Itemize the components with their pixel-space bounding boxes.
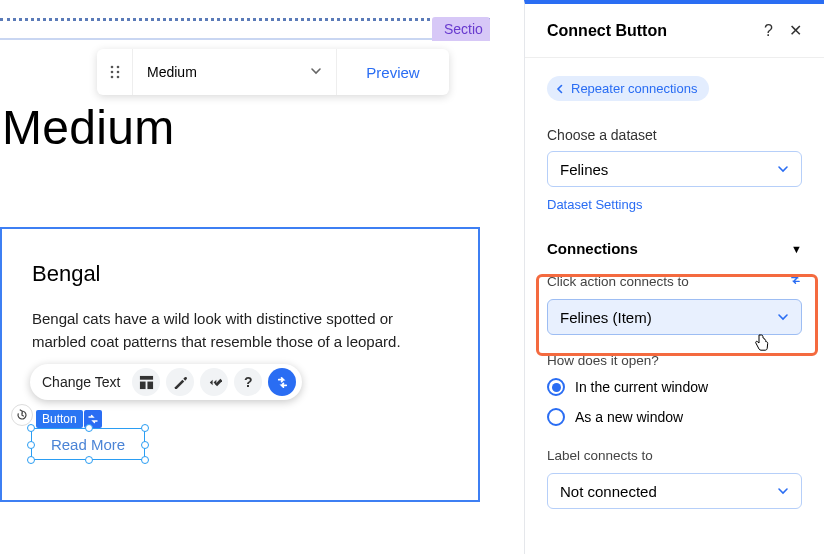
resize-handle[interactable] [27,456,35,464]
connections-header-label: Connections [547,240,638,257]
label-connects-label: Label connects to [547,448,653,463]
svg-rect-7 [140,381,146,389]
button-text: Read More [51,436,125,453]
back-label: Repeater connections [571,81,697,96]
resize-handle[interactable] [141,441,149,449]
how-open-block: How does it open? In the current window … [547,353,802,426]
panel-body: Repeater connections Choose a dataset Fe… [525,58,824,509]
element-type-chip[interactable]: Button [36,410,83,428]
click-action-block: Click action connects to Felines (Item) [547,273,802,335]
design-icon[interactable] [166,368,194,396]
section-divider [0,18,490,40]
resize-handle[interactable] [85,456,93,464]
help-icon[interactable]: ? [234,368,262,396]
click-action-value: Felines (Item) [560,309,652,326]
svg-rect-8 [147,381,153,389]
label-connects-value: Not connected [560,483,657,500]
resize-handle[interactable] [27,424,35,432]
open-new-window-option[interactable]: As a new window [547,408,802,426]
svg-point-2 [110,71,113,74]
chevron-down-icon [310,64,322,80]
preview-button[interactable]: Preview [337,49,449,95]
section-label[interactable]: Sectio [432,17,490,41]
resize-handle[interactable] [141,456,149,464]
change-text-button[interactable]: Change Text [36,374,126,390]
click-action-label: Click action connects to [547,274,689,289]
svg-rect-6 [140,375,153,379]
repeater-item-select[interactable]: Medium [133,49,337,95]
how-open-label: How does it open? [547,353,659,368]
svg-point-5 [116,76,119,79]
open-new-label: As a new window [575,409,683,425]
open-current-window-option[interactable]: In the current window [547,378,802,396]
panel-title: Connect Button [547,22,667,40]
card-body-text: Bengal cats have a wild look with distin… [32,307,432,354]
svg-point-3 [116,71,119,74]
radio-checked-icon [547,378,565,396]
chevron-down-icon [777,161,789,178]
resize-handle[interactable] [85,424,93,432]
svg-point-4 [110,76,113,79]
connect-data-icon[interactable] [268,368,296,396]
svg-point-1 [116,66,119,69]
drag-handle-icon[interactable] [97,49,133,95]
label-connects-select[interactable]: Not connected [547,473,802,509]
triangle-down-icon: ▼ [791,243,802,255]
resize-handle[interactable] [27,441,35,449]
editor-canvas: Sectio Medium Preview Medium Bengal Beng… [0,0,518,554]
page-heading: Medium [2,100,175,155]
radio-unchecked-icon [547,408,565,426]
svg-point-0 [110,66,113,69]
element-action-toolbar: Change Text ? [30,364,302,400]
history-icon[interactable] [11,404,33,426]
help-icon[interactable]: ? [764,22,773,40]
read-more-button[interactable]: Read More [31,428,145,460]
repeater-toolbar: Medium Preview [97,49,449,95]
repeater-item-label: Medium [147,64,197,80]
chevron-down-icon [777,309,789,326]
dataset-settings-link[interactable]: Dataset Settings [547,197,642,212]
label-connects-block: Label connects to Not connected [547,448,802,509]
swap-icon[interactable] [789,273,802,289]
connect-panel: Connect Button ? ✕ Repeater connections … [524,0,824,554]
animation-icon[interactable] [200,368,228,396]
choose-dataset-label: Choose a dataset [547,127,802,143]
open-current-label: In the current window [575,379,708,395]
dataset-select[interactable]: Felines [547,151,802,187]
layout-icon[interactable] [132,368,160,396]
back-to-repeater-connections[interactable]: Repeater connections [547,76,709,101]
card-title: Bengal [32,261,448,287]
click-action-select[interactable]: Felines (Item) [547,299,802,335]
panel-header: Connect Button ? ✕ [525,4,824,58]
dataset-selected-value: Felines [560,161,608,178]
resize-handle[interactable] [141,424,149,432]
close-icon[interactable]: ✕ [789,21,802,40]
connections-section-header[interactable]: Connections ▼ [547,240,802,257]
chevron-down-icon [777,483,789,500]
